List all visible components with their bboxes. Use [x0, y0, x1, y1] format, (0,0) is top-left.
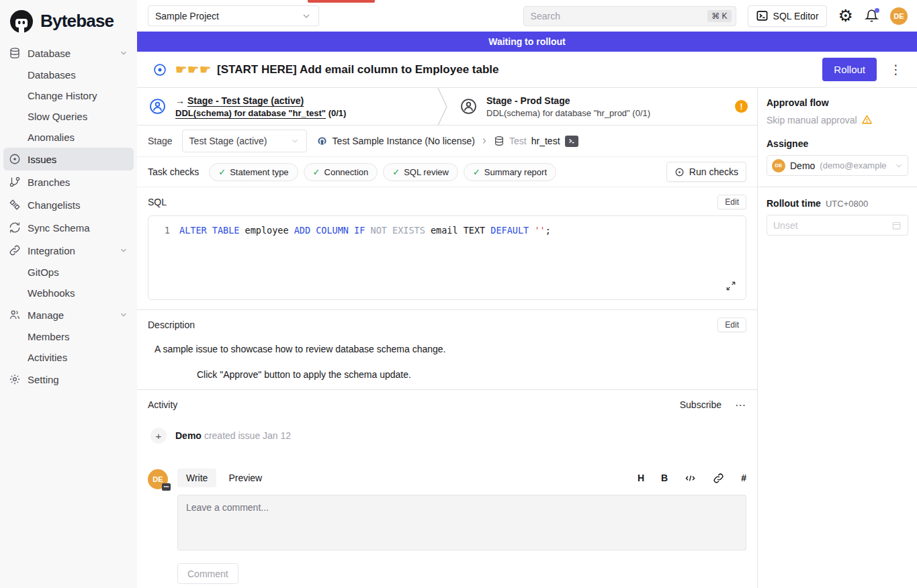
sidebar-item-sync-schema[interactable]: Sync Schema	[3, 216, 134, 239]
search-box[interactable]: ⌘ K	[523, 6, 736, 26]
comment-bubble-icon: •••	[162, 483, 171, 491]
database-cylinder-icon	[494, 136, 505, 146]
sidebar-item-setting[interactable]: Setting	[3, 368, 134, 391]
branch-icon	[9, 176, 21, 188]
sql-section: SQL Edit 1 ALTER TABLE employee ADD COLU…	[137, 187, 757, 309]
sidebar-item-branches[interactable]: Branches	[3, 170, 134, 193]
stage-select[interactable]: Test Stage (active)	[182, 130, 307, 152]
sidebar-item-webhooks[interactable]: Webhooks	[3, 283, 134, 303]
plus-icon: +	[150, 428, 167, 444]
approval-flow-label: Approval flow	[767, 97, 908, 108]
database-icon	[9, 47, 21, 59]
run-icon	[674, 167, 685, 177]
code-format-button[interactable]	[685, 473, 696, 484]
rollout-button[interactable]: Rollout	[822, 58, 877, 81]
stage-pipeline: →Stage - Test Stage (active) DDL(schema)…	[137, 88, 757, 126]
rollout-time-label: Rollout time	[767, 198, 821, 209]
check-pill-sql-review[interactable]: ✓SQL review	[383, 163, 458, 181]
assignee-avatar: DE	[772, 159, 785, 173]
check-pill-connection[interactable]: ✓Connection	[304, 163, 378, 181]
sql-code-editor[interactable]: 1 ALTER TABLE employee ADD COLUMN IF NOT…	[148, 215, 746, 300]
stage-divider	[437, 88, 448, 125]
stage-select-row: Stage Test Stage (active) Test Sample In…	[137, 126, 757, 157]
sidebar-item-databases[interactable]: Databases	[3, 64, 134, 85]
issue-side-panel: Approval flow Skip manual approval Assig…	[758, 88, 917, 588]
settings-gear-icon[interactable]: ⚙	[838, 7, 853, 24]
check-pill-statement-type[interactable]: ✓Statement type	[209, 163, 298, 181]
sql-label: SQL	[148, 197, 167, 207]
person-circle-icon	[460, 97, 478, 115]
sql-statement: ALTER TABLE employee ADD COLUMN IF NOT E…	[179, 224, 551, 237]
notification-bell-icon[interactable]	[865, 9, 879, 23]
sidebar-item-database[interactable]: Database	[3, 42, 134, 64]
pointing-hand-emoji: ☛☛☛	[175, 62, 212, 77]
sidebar-item-changelists[interactable]: Changelists	[3, 193, 134, 216]
gear-icon	[9, 373, 21, 385]
sql-edit-button[interactable]: Edit	[717, 195, 746, 209]
chevron-down-icon	[119, 246, 128, 255]
check-icon: ✓	[392, 167, 400, 177]
users-icon	[9, 309, 21, 321]
rollout-time-input[interactable]: Unset	[767, 215, 908, 236]
sidebar-item-change-history[interactable]: Change History	[3, 85, 134, 106]
comment-submit-button[interactable]: Comment	[177, 563, 238, 584]
check-icon: ✓	[313, 167, 320, 177]
stage-card-test[interactable]: →Stage - Test Stage (active) DDL(schema)…	[137, 88, 437, 125]
chevron-down-icon	[301, 11, 312, 21]
chevron-down-icon	[290, 136, 300, 146]
assignee-label: Assignee	[767, 138, 908, 149]
description-section: Description Edit A sample issue to showc…	[137, 309, 757, 389]
sidebar-item-activities[interactable]: Activities	[3, 347, 134, 368]
description-label: Description	[148, 320, 195, 330]
person-circle-icon	[148, 97, 167, 115]
topbar: Sample Project ⌘ K SQL Editor ⚙ DE	[137, 0, 917, 32]
search-input[interactable]	[531, 11, 708, 21]
warning-triangle-icon	[861, 114, 873, 126]
database-name[interactable]: hr_test	[531, 136, 560, 146]
sidebar-item-gitops[interactable]: GitOps	[3, 262, 134, 283]
check-icon: ✓	[218, 167, 226, 177]
bold-format-button[interactable]: B	[661, 473, 668, 483]
issue-reference-button[interactable]: #	[741, 473, 746, 483]
comment-editor: DE ••• Write Preview H B	[148, 468, 746, 584]
assignee-select[interactable]: DE Demo (demo@example	[767, 155, 908, 176]
tab-write[interactable]: Write	[177, 469, 216, 487]
postgresql-icon	[316, 136, 328, 147]
sidebar-nav: Database Databases Change History Slow Q…	[0, 42, 137, 391]
active-stage-arrow: →	[175, 95, 185, 106]
sidebar-item-members[interactable]: Members	[3, 326, 134, 347]
sidebar-item-issues[interactable]: Issues	[3, 148, 134, 170]
activity-item: + Democreated issue Jan 12	[150, 428, 746, 444]
description-paragraph: Click "Approve" button to apply the sche…	[197, 369, 746, 380]
kebab-menu-icon[interactable]: ⋮	[885, 62, 906, 77]
run-checks-button[interactable]: Run checks	[666, 162, 746, 182]
more-options-icon[interactable]: ⋯	[735, 399, 746, 411]
description-edit-button[interactable]: Edit	[717, 317, 746, 332]
sidebar-item-manage[interactable]: Manage	[3, 303, 134, 326]
expand-icon[interactable]	[726, 281, 736, 291]
project-selector[interactable]: Sample Project	[148, 5, 319, 26]
user-avatar[interactable]: DE	[890, 7, 908, 25]
subscribe-button[interactable]: Subscribe	[680, 399, 722, 410]
link-format-button[interactable]	[713, 473, 724, 484]
instance-name[interactable]: Test Sample Instance (No license)	[333, 136, 475, 146]
bytebase-app: Bytebase Database Databases Change Histo…	[0, 0, 917, 588]
sidebar-item-anomalies[interactable]: Anomalies	[3, 127, 134, 148]
approval-flow-value: Skip manual approval	[767, 115, 857, 126]
bytebase-logo[interactable]: Bytebase	[0, 0, 137, 42]
open-sql-editor-icon[interactable]	[565, 136, 578, 147]
stage-card-prod[interactable]: Stage - Prod Stage DDL(schema) for datab…	[448, 88, 757, 125]
breadcrumb-separator	[480, 136, 489, 146]
pencil-ruler-icon	[9, 199, 21, 211]
sidebar-item-slow-queries[interactable]: Slow Queries	[3, 106, 134, 127]
comment-input[interactable]	[177, 495, 746, 550]
tab-preview[interactable]: Preview	[220, 469, 271, 487]
sidebar: Bytebase Database Databases Change Histo…	[0, 0, 137, 588]
sql-editor-button[interactable]: SQL Editor	[748, 5, 827, 27]
line-number: 1	[148, 224, 179, 237]
notification-dot	[875, 8, 879, 13]
sidebar-item-integration[interactable]: Integration	[3, 239, 134, 262]
chevron-down-icon	[119, 48, 128, 58]
check-pill-summary-report[interactable]: ✓Summary report	[464, 163, 556, 181]
heading-format-button[interactable]: H	[638, 473, 644, 483]
